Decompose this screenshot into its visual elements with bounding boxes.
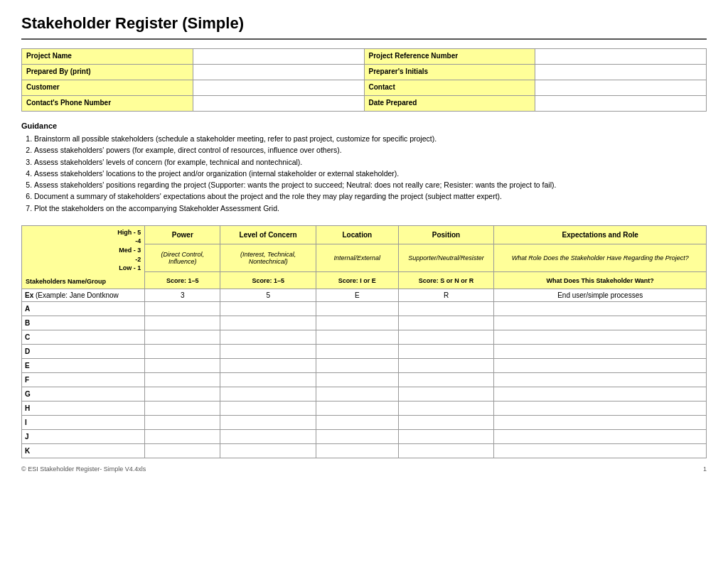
footer-copyright: © ESI Stakeholder Register- Simple V4.4x… (21, 465, 146, 473)
row-a-concern[interactable] (220, 302, 316, 316)
register-table: High - 5 -4 Med - 3 -2 Low - 1 Stakehold… (21, 225, 707, 459)
row-e-expectations[interactable] (494, 359, 707, 373)
row-c-location[interactable] (316, 330, 399, 345)
row-j-concern[interactable] (220, 430, 316, 444)
row-label-i: I (22, 416, 145, 430)
row-h-position[interactable] (398, 402, 494, 416)
row-g-expectations[interactable] (494, 387, 707, 402)
label-preparer-initials: Preparer's Initials (364, 65, 535, 80)
row-e-power[interactable] (145, 359, 220, 373)
row-h-power[interactable] (145, 402, 220, 416)
stakeholders-name-group: Stakeholders Name/Group (26, 277, 141, 286)
row-e-position[interactable] (398, 359, 494, 373)
row-b-expectations[interactable] (494, 316, 707, 330)
value-customer[interactable] (193, 80, 364, 96)
value-project-name[interactable] (193, 49, 364, 65)
scale-mid2: Med - 3 (26, 246, 141, 255)
col-header-concern: Level of Concern (220, 225, 316, 244)
row-f-power[interactable] (145, 373, 220, 387)
row-a-location[interactable] (316, 302, 399, 316)
row-g-location[interactable] (316, 387, 399, 402)
row-j-expectations[interactable] (494, 430, 707, 444)
row-b-location[interactable] (316, 316, 399, 330)
row-b-concern[interactable] (220, 316, 316, 330)
row-c-expectations[interactable] (494, 330, 707, 345)
row-i-location[interactable] (316, 416, 399, 430)
col-header-location: Location (316, 225, 399, 244)
row-a-expectations[interactable] (494, 302, 707, 316)
table-row: J (22, 430, 707, 444)
row-h-expectations[interactable] (494, 402, 707, 416)
row-j-power[interactable] (145, 430, 220, 444)
guidance-item-4: Assess stakeholders' locations to the pr… (34, 168, 707, 179)
row-e-concern[interactable] (220, 359, 316, 373)
row-c-power[interactable] (145, 330, 220, 345)
row-j-position[interactable] (398, 430, 494, 444)
row-k-position[interactable] (398, 444, 494, 458)
row-c-concern[interactable] (220, 330, 316, 345)
label-contact: Contact (364, 80, 535, 96)
row-i-position[interactable] (398, 416, 494, 430)
table-row: B (22, 316, 707, 330)
value-ref-number[interactable] (535, 49, 707, 65)
row-f-location[interactable] (316, 373, 399, 387)
guidance-list: Brainstorm all possible stakeholders (sc… (21, 133, 707, 214)
label-prepared-by: Prepared By (print) (22, 65, 193, 80)
row-f-expectations[interactable] (494, 373, 707, 387)
row-k-location[interactable] (316, 444, 399, 458)
row-d-concern[interactable] (220, 345, 316, 359)
row-h-concern[interactable] (220, 402, 316, 416)
row-i-expectations[interactable] (494, 416, 707, 430)
page-title: Stakeholder Register (Simple) (21, 14, 707, 33)
col-sub-power: (Direct Control, Influence) (145, 244, 220, 271)
label-ref-number: Project Reference Number (364, 49, 535, 65)
col-sub-expectations: What Role Does the Stakeholder Have Rega… (494, 244, 707, 271)
value-prepared-by[interactable] (193, 65, 364, 80)
row-d-position[interactable] (398, 345, 494, 359)
example-row: Ex (Example: Jane Dontknow 3 5 E R End u… (22, 289, 707, 302)
row-d-location[interactable] (316, 345, 399, 359)
row-a-power[interactable] (145, 302, 220, 316)
example-location: E (316, 289, 399, 302)
col-header-position: Position (398, 225, 494, 244)
row-j-location[interactable] (316, 430, 399, 444)
row-g-position[interactable] (398, 387, 494, 402)
label-customer: Customer (22, 80, 193, 96)
table-row: A (22, 302, 707, 316)
row-b-power[interactable] (145, 316, 220, 330)
row-k-concern[interactable] (220, 444, 316, 458)
row-k-power[interactable] (145, 444, 220, 458)
row-f-concern[interactable] (220, 373, 316, 387)
label-project-name: Project Name (22, 49, 193, 65)
col-score-concern: Score: 1–5 (220, 271, 316, 289)
row-g-concern[interactable] (220, 387, 316, 402)
guidance-section: Guidance Brainstorm all possible stakeho… (21, 122, 707, 214)
col-header-power: Power (145, 225, 220, 244)
row-f-position[interactable] (398, 373, 494, 387)
row-a-position[interactable] (398, 302, 494, 316)
scale-mid1: -4 (26, 237, 141, 246)
row-b-position[interactable] (398, 316, 494, 330)
row-k-expectations[interactable] (494, 444, 707, 458)
row-d-expectations[interactable] (494, 345, 707, 359)
value-date-prepared[interactable] (535, 96, 707, 112)
row-i-concern[interactable] (220, 416, 316, 430)
row-label-f: F (22, 373, 145, 387)
col-sub-location: Internal/External (316, 244, 399, 271)
row-h-location[interactable] (316, 402, 399, 416)
value-phone[interactable] (193, 96, 364, 112)
col-score-location: Score: I or E (316, 271, 399, 289)
row-c-position[interactable] (398, 330, 494, 345)
table-row: K (22, 444, 707, 458)
guidance-item-5: Assess stakeholders' positions regarding… (34, 179, 707, 190)
row-label-k: K (22, 444, 145, 458)
value-preparer-initials[interactable] (535, 65, 707, 80)
value-contact[interactable] (535, 80, 707, 96)
row-i-power[interactable] (145, 416, 220, 430)
info-table: Project Name Project Reference Number Pr… (21, 48, 707, 112)
col-header-expectations: Expectations and Role (494, 225, 707, 244)
row-g-power[interactable] (145, 387, 220, 402)
row-d-power[interactable] (145, 345, 220, 359)
row-label-b: B (22, 316, 145, 330)
row-e-location[interactable] (316, 359, 399, 373)
